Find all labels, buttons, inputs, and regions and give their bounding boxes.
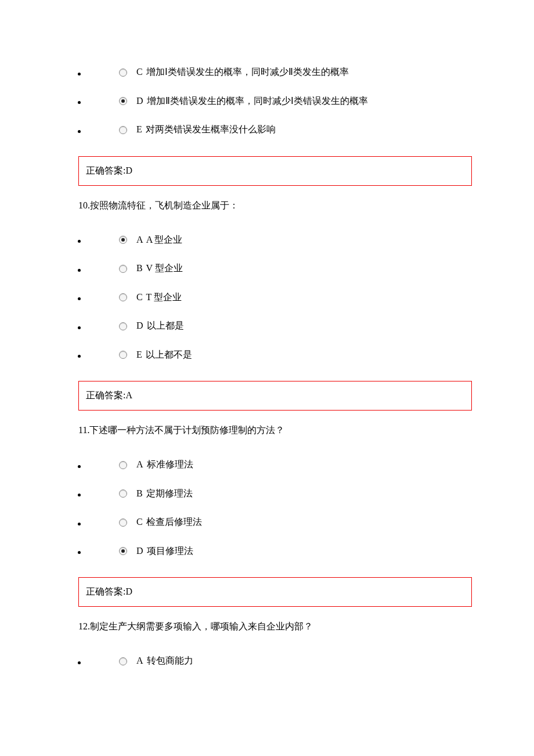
list-item: A A 型企业 <box>87 226 534 255</box>
options-list: A A 型企业 B V 型企业 C T 型企业 <box>0 226 534 370</box>
question-stem: 12.制定生产大纲需要多项输入，哪项输入来自企业内部？ <box>78 621 534 633</box>
option-letter: A <box>136 459 143 469</box>
list-item: A 标准修理法 <box>87 451 534 480</box>
option-letter: B <box>136 263 143 273</box>
question-stem: 11.下述哪一种方法不属于计划预防修理制的方法？ <box>78 424 534 437</box>
option-text: 标准修理法 <box>147 459 193 469</box>
option-letter: E <box>136 350 142 359</box>
option-text: 增加Ⅰ类错误发生的概率，同时减少Ⅱ类发生的概率 <box>146 67 349 77</box>
radio-icon[interactable] <box>119 351 127 359</box>
option-letter: D <box>136 321 143 330</box>
correct-answer-box: 正确答案:D <box>78 577 472 607</box>
radio-icon[interactable] <box>119 293 127 301</box>
list-item: A 转包商能力 <box>87 647 534 676</box>
list-item: B 定期修理法 <box>87 480 534 509</box>
option-letter: A <box>136 235 143 244</box>
option-text: T 型企业 <box>146 292 181 302</box>
list-item: D 以上都是 <box>87 312 534 341</box>
option-text: V 型企业 <box>146 263 182 273</box>
option-text: 以上都不是 <box>146 350 192 359</box>
radio-selected-icon[interactable] <box>119 97 127 105</box>
radio-icon[interactable] <box>119 265 127 273</box>
option-letter: C <box>136 67 143 77</box>
list-item: D 增加Ⅱ类错误发生的概率，同时减少Ⅰ类错误发生的概率 <box>87 87 534 116</box>
options-list: A 转包商能力 <box>0 647 534 676</box>
list-item: C 检查后修理法 <box>87 508 534 537</box>
correct-answer-box: 正确答案:A <box>78 381 472 411</box>
option-letter: C <box>136 292 143 302</box>
option-text: 项目修理法 <box>147 546 193 556</box>
options-list: C 增加Ⅰ类错误发生的概率，同时减少Ⅱ类发生的概率 D 增加Ⅱ类错误发生的概率，… <box>0 58 534 145</box>
option-letter: A <box>136 656 143 665</box>
list-item: E 以上都不是 <box>87 341 534 370</box>
list-item: E 对两类错误发生概率没什么影响 <box>87 116 534 145</box>
option-text: 定期修理法 <box>146 488 193 498</box>
option-letter: C <box>136 517 143 527</box>
option-text: A 型企业 <box>146 235 183 244</box>
option-text: 检查后修理法 <box>146 517 202 527</box>
option-text: 以上都是 <box>147 321 184 330</box>
list-item: B V 型企业 <box>87 254 534 283</box>
question-stem: 10.按照物流特征，飞机制造企业属于： <box>78 200 534 212</box>
radio-icon[interactable] <box>119 322 127 330</box>
option-letter: B <box>136 488 143 498</box>
option-letter: E <box>136 124 142 134</box>
option-text: 转包商能力 <box>147 656 193 665</box>
option-text: 增加Ⅱ类错误发生的概率，同时减少Ⅰ类错误发生的概率 <box>147 96 368 106</box>
list-item: C T 型企业 <box>87 283 534 312</box>
radio-icon[interactable] <box>119 519 127 527</box>
radio-icon[interactable] <box>119 126 127 134</box>
correct-answer-box: 正确答案:D <box>78 156 472 186</box>
radio-selected-icon[interactable] <box>119 547 127 555</box>
radio-selected-icon[interactable] <box>119 236 127 244</box>
radio-icon[interactable] <box>119 657 127 665</box>
option-letter: D <box>136 546 143 556</box>
list-item: D 项目修理法 <box>87 537 534 566</box>
option-text: 对两类错误发生概率没什么影响 <box>146 124 276 134</box>
radio-icon[interactable] <box>119 489 127 498</box>
options-list: A 标准修理法 B 定期修理法 C 检查后修理法 <box>0 451 534 566</box>
list-item: C 增加Ⅰ类错误发生的概率，同时减少Ⅱ类发生的概率 <box>87 58 534 87</box>
radio-icon[interactable] <box>119 69 127 77</box>
radio-icon[interactable] <box>119 461 127 469</box>
option-letter: D <box>136 96 143 106</box>
